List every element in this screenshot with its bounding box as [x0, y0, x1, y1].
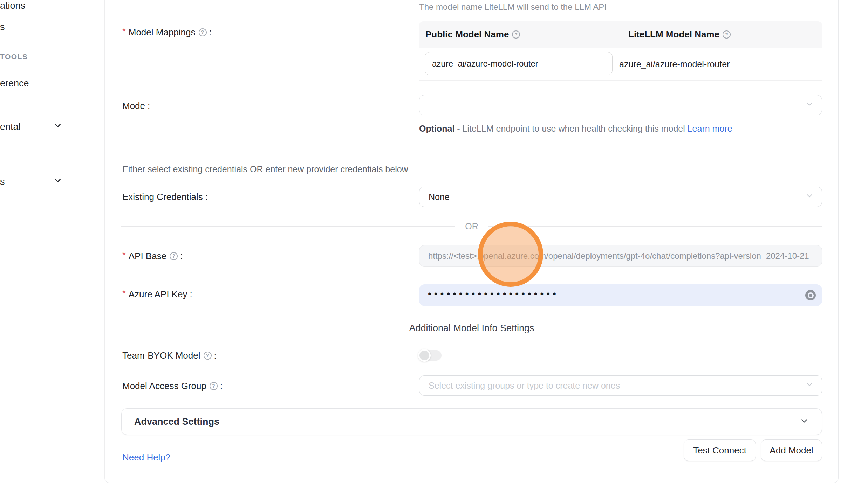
additional-info-divider: Additional Model Info Settings	[121, 322, 822, 334]
chevron-down-icon	[53, 121, 62, 133]
learn-more-link[interactable]: Learn more	[688, 124, 732, 133]
sidebar-item[interactable]: s	[0, 20, 5, 34]
sidebar-item-settings[interactable]: s	[0, 175, 104, 189]
chevron-down-icon	[805, 99, 814, 111]
table-header-row: Public Model Name ? LiteLLM Model Name ?	[419, 21, 822, 48]
add-model-button[interactable]: Add Model	[761, 439, 822, 461]
sidebar: ations s TOOLS erence ental s	[0, 0, 104, 485]
azure-api-key-label: * Azure API Key :	[122, 287, 192, 301]
sidebar-item-organizations[interactable]: ations	[0, 0, 25, 13]
litellm-model-name-value: azure_ai/azure-model-router	[613, 48, 822, 80]
masked-api-key: •••••••••••••••••••••	[428, 288, 559, 299]
chevron-down-icon	[805, 191, 814, 202]
or-divider: OR	[121, 220, 822, 232]
model-mappings-label: * Model Mappings ? :	[122, 25, 212, 39]
model-access-group-label: Model Access Group ? :	[122, 379, 223, 393]
help-icon[interactable]: ?	[170, 252, 178, 260]
existing-credentials-label: Existing Credentials :	[122, 190, 208, 204]
team-byok-label: Team-BYOK Model ? :	[122, 348, 217, 362]
eye-icon[interactable]	[805, 290, 816, 300]
table-row: azure_ai/azure-model-router	[419, 48, 822, 81]
chevron-down-icon	[799, 416, 809, 427]
chevron-down-icon	[53, 176, 62, 188]
required-asterisk: *	[122, 26, 126, 36]
chevron-down-icon	[805, 380, 814, 391]
help-icon[interactable]: ?	[723, 30, 731, 39]
public-model-name-input[interactable]	[425, 52, 613, 75]
model-access-group-select[interactable]	[419, 375, 822, 396]
sidebar-item-experimental[interactable]: ental	[0, 120, 104, 134]
existing-credentials-select[interactable]: None	[419, 187, 822, 207]
api-base-label: * API Base ? :	[122, 249, 183, 263]
team-byok-toggle[interactable]	[419, 350, 442, 361]
help-icon[interactable]: ?	[512, 30, 520, 39]
model-access-group-input[interactable]	[419, 376, 822, 395]
add-model-form-card: The model name LiteLLM will send to the …	[104, 0, 839, 483]
advanced-settings-panel[interactable]: Advanced Settings	[121, 408, 822, 435]
help-icon[interactable]: ?	[199, 28, 207, 36]
mode-label: Mode :	[122, 99, 150, 113]
toggle-knob	[418, 349, 431, 362]
mode-hint: Optional - LiteLLM endpoint to use when …	[419, 122, 766, 136]
need-help-link[interactable]: Need Help?	[122, 450, 170, 464]
litellm-model-name-header: LiteLLM Model Name ?	[622, 21, 822, 48]
model-name-help-text: The model name LiteLLM will send to the …	[419, 2, 607, 12]
model-mappings-table: Public Model Name ? LiteLLM Model Name ?…	[419, 21, 822, 81]
credentials-note: Either select existing credentials OR en…	[122, 162, 408, 176]
required-asterisk: *	[122, 288, 126, 298]
help-icon[interactable]: ?	[210, 382, 218, 390]
required-asterisk: *	[122, 250, 126, 260]
public-model-name-header: Public Model Name ?	[419, 21, 622, 48]
help-icon[interactable]: ?	[204, 352, 212, 360]
api-base-input[interactable]: https://<test>.openai.azure.com/openai/d…	[419, 245, 822, 267]
sidebar-item-api-reference[interactable]: erence	[0, 76, 29, 90]
add-model-screen: ations s TOOLS erence ental s The model …	[0, 0, 868, 485]
mode-select[interactable]	[419, 95, 822, 115]
azure-api-key-input[interactable]: •••••••••••••••••••••	[419, 284, 822, 306]
sidebar-section-tools: TOOLS	[0, 50, 28, 64]
test-connect-button[interactable]: Test Connect	[684, 439, 756, 461]
